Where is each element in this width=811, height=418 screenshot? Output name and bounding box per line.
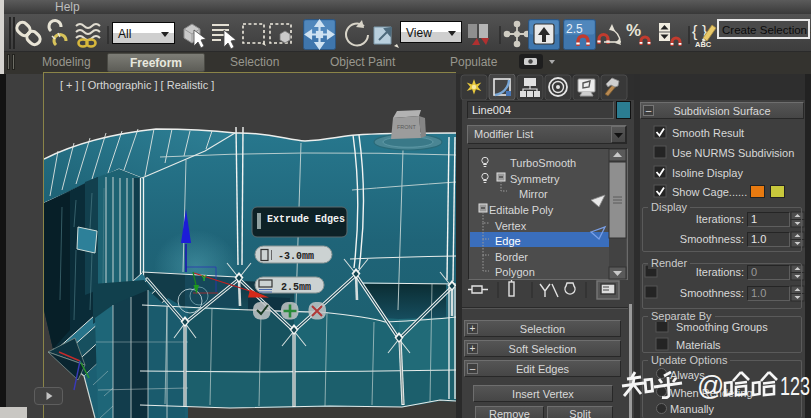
svg-text:%: %	[626, 21, 641, 40]
svg-text:123: 123	[780, 371, 810, 400]
svg-text:{: {	[692, 23, 698, 40]
svg-text:ABC: ABC	[695, 40, 712, 49]
svg-text:Extrude Edges: Extrude Edges	[267, 214, 345, 225]
svg-text:Create Selection S: Create Selection S	[722, 24, 811, 36]
svg-text:2.5: 2.5	[566, 22, 583, 36]
svg-text:FRONT: FRONT	[397, 124, 417, 130]
svg-text:@: @	[697, 371, 724, 400]
svg-text:All: All	[118, 27, 131, 41]
svg-text:-3.0mm: -3.0mm	[278, 251, 314, 262]
svg-text:2.5mm: 2.5mm	[281, 282, 311, 293]
svg-text:View: View	[406, 26, 432, 40]
svg-text:Y: Y	[201, 273, 207, 283]
